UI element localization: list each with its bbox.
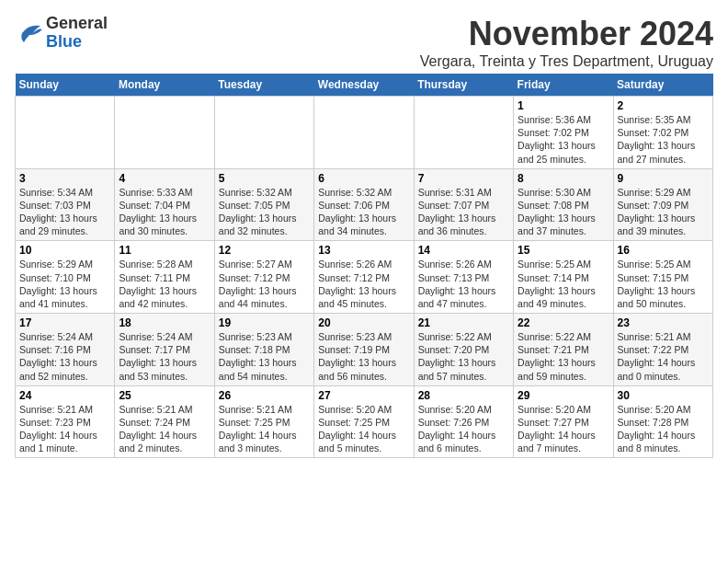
- day-number: 30: [618, 389, 709, 402]
- calendar-cell: 29Sunrise: 5:20 AM Sunset: 7:27 PM Dayli…: [514, 385, 613, 458]
- day-info: Sunrise: 5:34 AM Sunset: 7:03 PM Dayligh…: [19, 186, 110, 238]
- day-info: Sunrise: 5:21 AM Sunset: 7:22 PM Dayligh…: [618, 330, 709, 383]
- calendar-cell: [16, 97, 115, 169]
- location-subtitle: Vergara, Treinta y Tres Department, Urug…: [420, 53, 713, 70]
- day-info: Sunrise: 5:27 AM Sunset: 7:12 PM Dayligh…: [219, 258, 310, 310]
- calendar-cell: 23Sunrise: 5:21 AM Sunset: 7:22 PM Dayli…: [613, 314, 712, 386]
- weekday-header: Friday: [514, 74, 613, 97]
- day-info: Sunrise: 5:25 AM Sunset: 7:15 PM Dayligh…: [618, 258, 709, 310]
- day-number: 7: [418, 172, 509, 185]
- weekday-header: Wednesday: [314, 74, 414, 97]
- day-number: 10: [19, 244, 110, 257]
- calendar-cell: 1Sunrise: 5:36 AM Sunset: 7:02 PM Daylig…: [514, 97, 613, 169]
- calendar-cell: 19Sunrise: 5:23 AM Sunset: 7:18 PM Dayli…: [214, 314, 313, 386]
- calendar-table: SundayMondayTuesdayWednesdayThursdayFrid…: [15, 74, 713, 458]
- calendar-cell: 16Sunrise: 5:25 AM Sunset: 7:15 PM Dayli…: [613, 241, 712, 314]
- day-number: 18: [119, 316, 210, 329]
- day-info: Sunrise: 5:30 AM Sunset: 7:08 PM Dayligh…: [518, 186, 609, 238]
- day-info: Sunrise: 5:33 AM Sunset: 7:04 PM Dayligh…: [119, 186, 210, 238]
- calendar-cell: 12Sunrise: 5:27 AM Sunset: 7:12 PM Dayli…: [214, 241, 313, 314]
- day-number: 15: [518, 244, 609, 257]
- weekday-header: Monday: [115, 74, 214, 97]
- logo-blue: Blue: [46, 32, 82, 51]
- calendar-week-row: 3Sunrise: 5:34 AM Sunset: 7:03 PM Daylig…: [16, 168, 713, 241]
- calendar-week-row: 1Sunrise: 5:36 AM Sunset: 7:02 PM Daylig…: [16, 97, 713, 169]
- calendar-cell: 24Sunrise: 5:21 AM Sunset: 7:23 PM Dayli…: [16, 385, 115, 458]
- calendar-cell: 5Sunrise: 5:32 AM Sunset: 7:05 PM Daylig…: [214, 168, 313, 241]
- day-number: 1: [518, 99, 609, 112]
- day-info: Sunrise: 5:29 AM Sunset: 7:09 PM Dayligh…: [618, 186, 709, 238]
- day-number: 2: [618, 99, 709, 112]
- day-info: Sunrise: 5:20 AM Sunset: 7:26 PM Dayligh…: [418, 403, 509, 455]
- calendar-cell: 7Sunrise: 5:31 AM Sunset: 7:07 PM Daylig…: [414, 168, 513, 241]
- day-info: Sunrise: 5:21 AM Sunset: 7:24 PM Dayligh…: [119, 403, 210, 455]
- calendar-cell: [414, 97, 513, 169]
- weekday-header-row: SundayMondayTuesdayWednesdayThursdayFrid…: [16, 74, 713, 97]
- day-info: Sunrise: 5:26 AM Sunset: 7:12 PM Dayligh…: [318, 258, 409, 310]
- day-number: 26: [219, 389, 310, 402]
- page-header: General Blue November 2024 Vergara, Trei…: [15, 15, 713, 70]
- logo-general: General: [46, 14, 108, 32]
- day-number: 3: [19, 172, 110, 185]
- calendar-cell: 26Sunrise: 5:21 AM Sunset: 7:25 PM Dayli…: [214, 385, 313, 458]
- day-info: Sunrise: 5:32 AM Sunset: 7:06 PM Dayligh…: [318, 186, 409, 238]
- calendar-cell: 4Sunrise: 5:33 AM Sunset: 7:04 PM Daylig…: [115, 168, 214, 241]
- day-number: 22: [518, 316, 609, 329]
- calendar-cell: 8Sunrise: 5:30 AM Sunset: 7:08 PM Daylig…: [514, 168, 613, 241]
- day-info: Sunrise: 5:32 AM Sunset: 7:05 PM Dayligh…: [219, 186, 310, 238]
- calendar-cell: 21Sunrise: 5:22 AM Sunset: 7:20 PM Dayli…: [414, 314, 513, 386]
- calendar-cell: 18Sunrise: 5:24 AM Sunset: 7:17 PM Dayli…: [115, 314, 214, 386]
- day-info: Sunrise: 5:22 AM Sunset: 7:21 PM Dayligh…: [518, 330, 609, 383]
- calendar-cell: 27Sunrise: 5:20 AM Sunset: 7:25 PM Dayli…: [314, 385, 414, 458]
- day-info: Sunrise: 5:26 AM Sunset: 7:13 PM Dayligh…: [418, 258, 509, 310]
- day-number: 12: [219, 244, 310, 257]
- weekday-header: Thursday: [414, 74, 513, 97]
- day-number: 29: [518, 389, 609, 402]
- title-area: November 2024 Vergara, Treinta y Tres De…: [420, 15, 713, 70]
- day-number: 6: [318, 172, 409, 185]
- day-info: Sunrise: 5:22 AM Sunset: 7:20 PM Dayligh…: [418, 330, 509, 383]
- day-number: 14: [418, 244, 509, 257]
- day-number: 11: [119, 244, 210, 257]
- calendar-cell: 6Sunrise: 5:32 AM Sunset: 7:06 PM Daylig…: [314, 168, 414, 241]
- month-title: November 2024: [420, 15, 713, 53]
- day-info: Sunrise: 5:23 AM Sunset: 7:18 PM Dayligh…: [219, 330, 310, 383]
- day-info: Sunrise: 5:21 AM Sunset: 7:25 PM Dayligh…: [219, 403, 310, 455]
- calendar-cell: 20Sunrise: 5:23 AM Sunset: 7:19 PM Dayli…: [314, 314, 414, 386]
- calendar-cell: 14Sunrise: 5:26 AM Sunset: 7:13 PM Dayli…: [414, 241, 513, 314]
- day-info: Sunrise: 5:24 AM Sunset: 7:16 PM Dayligh…: [19, 330, 110, 383]
- day-info: Sunrise: 5:28 AM Sunset: 7:11 PM Dayligh…: [119, 258, 210, 310]
- day-info: Sunrise: 5:23 AM Sunset: 7:19 PM Dayligh…: [318, 330, 409, 383]
- day-info: Sunrise: 5:24 AM Sunset: 7:17 PM Dayligh…: [119, 330, 210, 383]
- day-number: 16: [618, 244, 709, 257]
- calendar-cell: 30Sunrise: 5:20 AM Sunset: 7:28 PM Dayli…: [613, 385, 712, 458]
- calendar-week-row: 17Sunrise: 5:24 AM Sunset: 7:16 PM Dayli…: [16, 314, 713, 386]
- calendar-cell: 2Sunrise: 5:35 AM Sunset: 7:02 PM Daylig…: [613, 97, 712, 169]
- calendar-cell: 11Sunrise: 5:28 AM Sunset: 7:11 PM Dayli…: [115, 241, 214, 314]
- weekday-header: Saturday: [613, 74, 712, 97]
- day-number: 17: [19, 316, 110, 329]
- calendar-cell: 28Sunrise: 5:20 AM Sunset: 7:26 PM Dayli…: [414, 385, 513, 458]
- day-number: 24: [19, 389, 110, 402]
- calendar-cell: [115, 97, 214, 169]
- day-number: 19: [219, 316, 310, 329]
- day-info: Sunrise: 5:31 AM Sunset: 7:07 PM Dayligh…: [418, 186, 509, 238]
- calendar-week-row: 10Sunrise: 5:29 AM Sunset: 7:10 PM Dayli…: [16, 241, 713, 314]
- weekday-header: Sunday: [16, 74, 115, 97]
- calendar-cell: 25Sunrise: 5:21 AM Sunset: 7:24 PM Dayli…: [115, 385, 214, 458]
- calendar-cell: 9Sunrise: 5:29 AM Sunset: 7:09 PM Daylig…: [613, 168, 712, 241]
- logo: General Blue: [15, 15, 108, 52]
- day-info: Sunrise: 5:20 AM Sunset: 7:27 PM Dayligh…: [518, 403, 609, 455]
- day-number: 5: [219, 172, 310, 185]
- day-number: 23: [618, 316, 709, 329]
- calendar-cell: 15Sunrise: 5:25 AM Sunset: 7:14 PM Dayli…: [514, 241, 613, 314]
- calendar-cell: 3Sunrise: 5:34 AM Sunset: 7:03 PM Daylig…: [16, 168, 115, 241]
- calendar-cell: [314, 97, 414, 169]
- weekday-header: Tuesday: [214, 74, 313, 97]
- day-info: Sunrise: 5:20 AM Sunset: 7:28 PM Dayligh…: [618, 403, 709, 455]
- day-info: Sunrise: 5:25 AM Sunset: 7:14 PM Dayligh…: [518, 258, 609, 310]
- day-info: Sunrise: 5:35 AM Sunset: 7:02 PM Dayligh…: [618, 113, 709, 166]
- day-number: 25: [119, 389, 210, 402]
- day-number: 20: [318, 316, 409, 329]
- calendar-week-row: 24Sunrise: 5:21 AM Sunset: 7:23 PM Dayli…: [16, 385, 713, 458]
